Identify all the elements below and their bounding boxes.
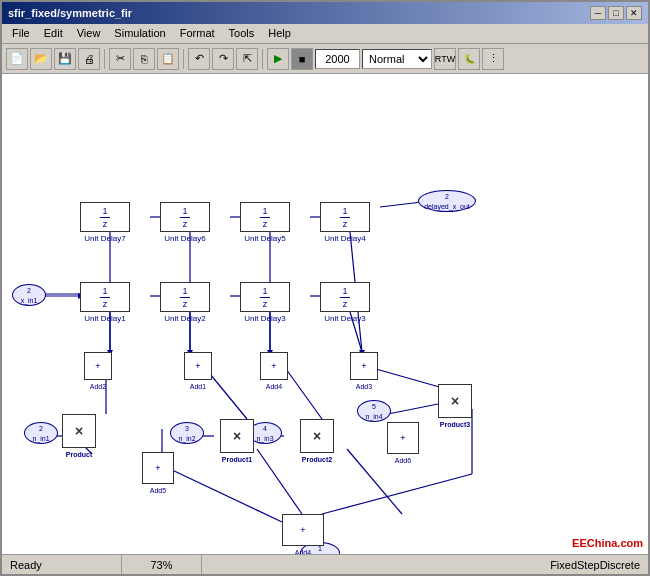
window-title: sfir_fixed/symmetric_fir xyxy=(8,7,132,19)
adder-add2[interactable]: + Add2 xyxy=(84,352,112,380)
adder-add4[interactable]: + Add4 xyxy=(260,352,288,380)
run-button[interactable]: ▶ xyxy=(267,48,289,70)
svg-line-36 xyxy=(380,202,422,207)
svg-line-23 xyxy=(206,369,247,419)
unit-delay-1[interactable]: 1 z Unit Delay1 xyxy=(80,282,130,312)
status-zoom: 73% xyxy=(122,555,202,574)
redo-button[interactable]: ↷ xyxy=(212,48,234,70)
svg-line-29 xyxy=(347,449,402,514)
menu-file[interactable]: File xyxy=(6,26,36,41)
sep2 xyxy=(183,49,184,69)
product-2[interactable]: × Product2 xyxy=(300,419,334,453)
unit-delay-6[interactable]: 1 z Unit Delay6 xyxy=(160,202,210,232)
port-in1: 2 x_in1 xyxy=(12,284,46,306)
port-in1b: 2 n_in1 xyxy=(24,422,58,444)
adder-add6[interactable]: + Add6 xyxy=(387,422,419,454)
debug-button[interactable]: 🐛 xyxy=(458,48,480,70)
menu-simulation[interactable]: Simulation xyxy=(108,26,171,41)
menu-tools[interactable]: Tools xyxy=(223,26,261,41)
product-3[interactable]: × Product3 xyxy=(438,384,472,418)
rtw-button[interactable]: RTW xyxy=(434,48,456,70)
product-0[interactable]: × Product xyxy=(62,414,96,448)
title-bar: sfir_fixed/symmetric_fir ─ □ ✕ xyxy=(2,2,648,24)
sep3 xyxy=(262,49,263,69)
menu-format[interactable]: Format xyxy=(174,26,221,41)
adder-add5[interactable]: + Add5 xyxy=(142,452,174,484)
close-button[interactable]: ✕ xyxy=(626,6,642,20)
undo-button[interactable]: ↶ xyxy=(188,48,210,70)
unit-delay-7[interactable]: 1 z Unit Delay7 xyxy=(80,202,130,232)
zoom-button[interactable]: ⇱ xyxy=(236,48,258,70)
unit-delay-3[interactable]: 1 z Unit Delay3 xyxy=(240,282,290,312)
menu-view[interactable]: View xyxy=(71,26,107,41)
canvas-area[interactable]: 2 x_in1 2 n_in1 3 n_in2 4 n_in3 5 n_in4 … xyxy=(2,74,648,554)
stop-button[interactable]: ■ xyxy=(291,48,313,70)
unit-delay-3b[interactable]: 1 z Unit Delay3 xyxy=(320,282,370,312)
status-ready: Ready xyxy=(2,555,122,574)
window-controls: ─ □ ✕ xyxy=(590,6,642,20)
cut-button[interactable]: ✂ xyxy=(109,48,131,70)
adder-add1[interactable]: + Add1 xyxy=(184,352,212,380)
sim-mode-select[interactable]: Normal Accelerator xyxy=(362,49,432,69)
toolbar: 📄 📂 💾 🖨 ✂ ⎘ 📋 ↶ ↷ ⇱ ▶ ■ Normal Accelerat… xyxy=(2,44,648,74)
open-button[interactable]: 📂 xyxy=(30,48,52,70)
minimize-button[interactable]: ─ xyxy=(590,6,606,20)
port-delayed-x-out: 2 delayed_x_out xyxy=(418,190,476,212)
svg-line-41 xyxy=(388,404,438,414)
port-in2: 3 n_in2 xyxy=(170,422,204,444)
svg-line-28 xyxy=(257,449,302,514)
watermark: EEChina.com xyxy=(572,537,643,549)
new-button[interactable]: 📄 xyxy=(6,48,28,70)
product-1[interactable]: × Product1 xyxy=(220,419,254,453)
menu-help[interactable]: Help xyxy=(262,26,297,41)
paste-button[interactable]: 📋 xyxy=(157,48,179,70)
adder-add4b[interactable]: + Add4 xyxy=(282,514,324,546)
maximize-button[interactable]: □ xyxy=(608,6,624,20)
svg-line-24 xyxy=(286,369,322,419)
menu-edit[interactable]: Edit xyxy=(38,26,69,41)
sim-time-input[interactable] xyxy=(315,49,360,69)
sep1 xyxy=(104,49,105,69)
status-bar: Ready 73% FixedStepDiscrete xyxy=(2,554,648,574)
copy-button[interactable]: ⎘ xyxy=(133,48,155,70)
menu-bar: File Edit View Simulation Format Tools H… xyxy=(2,24,648,44)
unit-delay-5[interactable]: 1 z Unit Delay5 xyxy=(240,202,290,232)
main-window: sfir_fixed/symmetric_fir ─ □ ✕ File Edit… xyxy=(0,0,650,576)
adder-add3[interactable]: + Add3 xyxy=(350,352,378,380)
svg-line-31 xyxy=(322,474,472,514)
status-solver: FixedStepDiscrete xyxy=(202,555,648,574)
more-button[interactable]: ⋮ xyxy=(482,48,504,70)
port-in4: 5 n_in4 xyxy=(357,400,391,422)
svg-line-32 xyxy=(170,469,282,522)
save-button[interactable]: 💾 xyxy=(54,48,76,70)
print-button[interactable]: 🖨 xyxy=(78,48,100,70)
unit-delay-2[interactable]: 1 z Unit Delay2 xyxy=(160,282,210,312)
unit-delay-4[interactable]: 1 z Unit Delay4 xyxy=(320,202,370,232)
